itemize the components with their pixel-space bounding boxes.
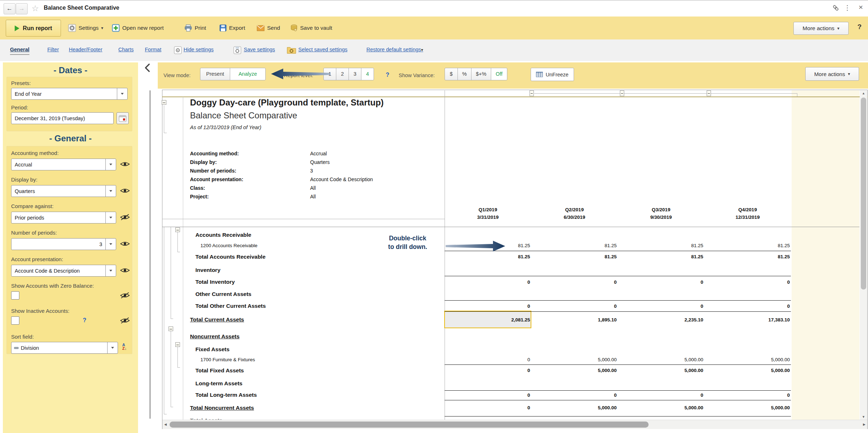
print-button[interactable]: Print	[184, 23, 206, 33]
cell[interactable]: 2,235.10	[618, 312, 705, 328]
number-of-periods-input[interactable]: 3	[11, 238, 116, 250]
variance-percent-button[interactable]: %	[457, 68, 471, 80]
send-button[interactable]: Send	[257, 23, 280, 33]
cell[interactable]: 0	[531, 276, 618, 288]
row-label[interactable]: Inventory	[195, 264, 220, 276]
row-label[interactable]: Total Inventory	[195, 276, 235, 288]
cell[interactable]: 5,000.00	[618, 355, 705, 364]
level-3-button[interactable]: 3	[348, 68, 361, 80]
present-button[interactable]: Present	[200, 68, 230, 80]
select-saved-settings-link[interactable]: Select saved settings	[298, 47, 347, 52]
eye-icon[interactable]	[120, 161, 131, 169]
row-label[interactable]: Total Accounts Receivable	[195, 251, 266, 263]
column-collapse-button[interactable]	[707, 90, 711, 96]
row-label[interactable]: 1200 Accounts Receivable	[200, 240, 257, 251]
cell[interactable]: 0	[445, 301, 531, 312]
variance-off-button[interactable]: Off	[491, 68, 507, 80]
toolbar-more-actions-button[interactable]: More actions▾	[793, 22, 849, 35]
variance-dollar-button[interactable]: $	[445, 68, 458, 80]
eye-icon[interactable]	[120, 267, 131, 275]
analyze-button[interactable]: Analyze	[230, 68, 266, 80]
cell[interactable]: 0	[445, 364, 531, 377]
cell-selected[interactable]: 2,081.25	[445, 312, 531, 328]
compare-against-select[interactable]: Prior periods	[11, 212, 116, 223]
report-level-help[interactable]: ?	[386, 72, 389, 78]
cell[interactable]: 5,000.00	[531, 364, 618, 377]
favorite-star-icon[interactable]: ☆	[32, 4, 39, 13]
column-collapse-button[interactable]	[620, 90, 624, 96]
tab-general[interactable]: General	[10, 47, 29, 55]
scroll-right-icon[interactable]: ▶	[863, 423, 865, 426]
restore-default-settings-link[interactable]: Restore default settings▾	[366, 47, 423, 52]
cell[interactable]: 0	[445, 400, 531, 416]
row-label[interactable]: Total Long-term Assets	[195, 390, 257, 400]
close-icon[interactable]: ×	[859, 3, 863, 11]
row-label[interactable]: Noncurrent Assets	[190, 329, 239, 344]
row-label[interactable]: Total Noncurrent Assets	[190, 400, 254, 416]
cell[interactable]: 0	[705, 301, 791, 312]
presets-select[interactable]: End of Year	[11, 88, 128, 100]
horizontal-scrollbar-thumb[interactable]	[170, 422, 649, 428]
cell[interactable]: 0	[531, 301, 618, 312]
cell[interactable]: 0	[445, 276, 531, 288]
cell[interactable]: 5,000.00	[618, 400, 705, 416]
cell[interactable]: 0	[705, 391, 791, 400]
cell[interactable]: 5,000.00	[705, 400, 791, 416]
cell[interactable]: 0	[531, 391, 618, 400]
eye-icon[interactable]	[120, 240, 131, 248]
row-label[interactable]: Total Current Assets	[190, 311, 244, 328]
column-collapse-button[interactable]	[530, 90, 534, 96]
sort-field-select[interactable]: Division	[11, 342, 118, 354]
accounting-method-select[interactable]: Accrual	[11, 159, 116, 170]
cell[interactable]: 81.25	[531, 251, 618, 263]
cell[interactable]: 5,000.00	[618, 364, 705, 377]
back-button[interactable]: ←	[4, 3, 15, 14]
export-button[interactable]: Export	[219, 23, 245, 33]
cell[interactable]: 0	[445, 355, 531, 364]
level-4-button[interactable]: 4	[361, 68, 374, 80]
eye-slash-icon[interactable]	[120, 214, 131, 222]
cell[interactable]: 5,000.00	[531, 355, 618, 364]
row-label[interactable]: Accounts Receivable	[195, 230, 251, 240]
row-label[interactable]: Long-term Assets	[195, 377, 242, 390]
cell[interactable]: 81.25	[705, 240, 791, 251]
eye-icon[interactable]	[120, 187, 131, 195]
viewbar-more-actions-button[interactable]: More actions▾	[805, 67, 859, 81]
inactive-accounts-checkbox[interactable]	[11, 316, 19, 325]
cell[interactable]: 5,000.00	[705, 364, 791, 377]
cell[interactable]: 81.25	[531, 240, 618, 251]
row-label[interactable]: 1700 Furniture & Fixtures	[200, 355, 255, 364]
forward-button[interactable]: →	[16, 3, 28, 14]
cell[interactable]: 0	[618, 276, 705, 288]
cell[interactable]: 0	[445, 391, 531, 400]
scroll-up-icon[interactable]: ▲	[862, 91, 865, 95]
cell[interactable]: 81.25	[705, 251, 791, 263]
horizontal-scrollbar[interactable]: ◀ ▶	[162, 420, 867, 429]
scroll-down-icon[interactable]: ▼	[862, 415, 865, 419]
save-to-vault-button[interactable]: Save to vault	[290, 23, 332, 33]
cell[interactable]: 0	[705, 276, 791, 288]
toolbar-help-button[interactable]: ?	[857, 23, 862, 31]
eye-slash-icon[interactable]	[120, 317, 131, 325]
tab-format[interactable]: Format	[145, 47, 161, 52]
cell[interactable]: 0	[618, 391, 705, 400]
tab-charts[interactable]: Charts	[118, 47, 134, 52]
tab-header-footer[interactable]: Header/Footer	[69, 47, 103, 52]
open-new-report-button[interactable]: Open new report	[112, 23, 163, 33]
cell[interactable]: 81.25	[618, 240, 705, 251]
vertical-scrollbar-thumb[interactable]	[861, 98, 866, 290]
cell[interactable]: 5,000.00	[705, 355, 791, 364]
cell[interactable]: 17,383.10	[705, 312, 791, 328]
row-label[interactable]: Other Current Assets	[195, 288, 251, 300]
menu-dots-icon[interactable]: ⋮	[844, 4, 851, 12]
row-label[interactable]: Total Other Current Assets	[195, 300, 266, 311]
collapse-panel-button[interactable]	[143, 63, 153, 73]
settings-menu[interactable]: Settings▾	[68, 23, 103, 33]
zero-balance-checkbox[interactable]	[11, 291, 19, 300]
link-icon[interactable]	[832, 4, 839, 13]
cell[interactable]: 1,895.10	[531, 312, 618, 328]
period-input[interactable]: December 31, 2019 (Tuesday)	[11, 112, 114, 124]
calendar-button[interactable]	[117, 112, 129, 124]
inactive-accounts-help[interactable]: ?	[83, 317, 86, 324]
cell[interactable]: 81.25	[618, 251, 705, 263]
